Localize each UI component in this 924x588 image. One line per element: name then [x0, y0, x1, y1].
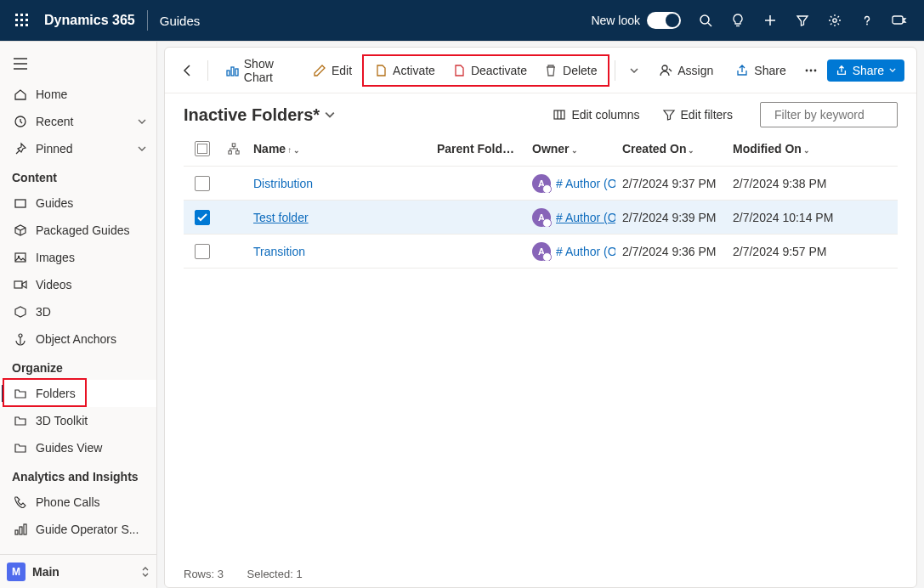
svg-rect-24: [14, 281, 22, 288]
nav-images[interactable]: Images: [0, 244, 156, 271]
search-icon[interactable]: [689, 0, 722, 41]
delete-button[interactable]: Delete: [536, 59, 605, 82]
modified-cell: 2/7/2024 9:38 PM: [726, 177, 845, 190]
home-icon: [14, 88, 27, 101]
lightbulb-icon[interactable]: [722, 0, 754, 41]
edit-columns-button[interactable]: Edit columns: [546, 103, 646, 127]
sidebar: Home Recent Pinned Content Guides Packag…: [0, 42, 157, 588]
svg-rect-8: [26, 24, 28, 26]
toggle-switch[interactable]: [647, 12, 681, 29]
nav-3d[interactable]: 3D: [0, 298, 156, 325]
table-row[interactable]: TransitionA# Author (O...2/7/2024 9:36 P…: [184, 235, 898, 269]
nav-pinned[interactable]: Pinned: [0, 135, 156, 162]
svg-rect-6: [15, 24, 18, 26]
svg-point-14: [833, 19, 836, 22]
table-row[interactable]: DistributionA# Author (O...2/7/2024 9:37…: [184, 167, 898, 201]
activate-button[interactable]: Activate: [366, 59, 444, 82]
filter-search[interactable]: [760, 102, 898, 127]
share-primary-label: Share: [853, 64, 884, 77]
assistant-icon[interactable]: [883, 0, 915, 41]
svg-rect-26: [15, 530, 18, 534]
assign-button[interactable]: Assign: [650, 59, 722, 82]
plus-icon[interactable]: [754, 0, 786, 41]
record-name-link[interactable]: Test folder: [253, 211, 309, 224]
table-row[interactable]: Test folderA# Author (O...2/7/2024 9:39 …: [184, 201, 898, 235]
env-badge: M: [7, 563, 26, 581]
edit-button[interactable]: Edit: [304, 59, 360, 82]
overflow-chevron[interactable]: [623, 57, 645, 84]
document-icon: [374, 64, 388, 77]
row-checkbox[interactable]: [195, 210, 210, 225]
more-icon[interactable]: [800, 57, 822, 84]
column-owner[interactable]: Owner⌄: [525, 142, 615, 155]
nav-home[interactable]: Home: [0, 81, 156, 108]
share-primary-button[interactable]: Share: [827, 59, 904, 82]
record-name-link[interactable]: Distribution: [253, 177, 313, 190]
nav-phone-calls[interactable]: Phone Calls: [0, 489, 156, 516]
created-cell: 2/7/2024 9:37 PM: [615, 177, 726, 190]
filter-input[interactable]: [773, 107, 924, 122]
svg-rect-28: [24, 524, 26, 534]
nav-guide-operator-label: Guide Operator S...: [36, 523, 139, 536]
show-chart-button[interactable]: Show Chart: [217, 52, 299, 89]
view-title-text: Inactive Folders*: [184, 105, 320, 125]
owner-link[interactable]: # Author (O...: [556, 245, 615, 258]
brand-label[interactable]: Dynamics 365: [44, 13, 135, 28]
svg-rect-30: [231, 67, 234, 76]
new-look-toggle[interactable]: New look: [591, 12, 681, 29]
document-x-icon: [452, 64, 466, 77]
owner-link[interactable]: # Author (O...: [556, 211, 615, 224]
nav-guide-operator[interactable]: Guide Operator S...: [0, 516, 156, 543]
svg-rect-31: [235, 69, 238, 76]
share-button[interactable]: Share: [727, 59, 794, 82]
nav-folders[interactable]: Folders: [0, 380, 156, 407]
modified-cell: 2/7/2024 10:14 PM: [726, 211, 845, 224]
command-bar: Show Chart Edit Activate Deactivate: [165, 48, 916, 93]
row-checkbox[interactable]: [195, 176, 210, 191]
hierarchy-icon[interactable]: [221, 143, 247, 155]
svg-rect-1: [20, 14, 23, 16]
row-checkbox[interactable]: [195, 244, 210, 259]
nav-3d-toolkit[interactable]: 3D Toolkit: [0, 407, 156, 434]
activate-label: Activate: [393, 64, 435, 77]
deactivate-button[interactable]: Deactivate: [444, 59, 536, 82]
created-cell: 2/7/2024 9:36 PM: [615, 245, 726, 258]
nav-phone-calls-label: Phone Calls: [36, 495, 100, 509]
environment-switcher[interactable]: M Main: [0, 554, 156, 588]
svg-rect-42: [229, 150, 232, 154]
nav-object-anchors[interactable]: Object Anchors: [0, 325, 156, 353]
assign-label: Assign: [677, 64, 713, 77]
help-icon[interactable]: [851, 0, 883, 41]
back-button[interactable]: [177, 57, 199, 84]
svg-point-33: [805, 69, 808, 71]
share-icon: [735, 64, 749, 77]
settings-icon[interactable]: [819, 0, 851, 41]
created-cell: 2/7/2024 9:39 PM: [615, 211, 726, 224]
nav-3d-label: 3D: [36, 305, 51, 319]
filter-icon[interactable]: [786, 0, 819, 41]
app-name[interactable]: Guides: [160, 14, 201, 28]
svg-rect-21: [15, 200, 26, 207]
app-launcher-icon[interactable]: [5, 0, 39, 41]
cube-icon: [14, 305, 27, 319]
view-title[interactable]: Inactive Folders*: [184, 105, 335, 125]
anchor-icon: [14, 332, 27, 346]
column-name[interactable]: Name↑⌄: [247, 142, 430, 155]
nav-pinned-label: Pinned: [36, 142, 73, 155]
nav-packaged-guides[interactable]: Packaged Guides: [0, 217, 156, 244]
nav-guides[interactable]: Guides: [0, 189, 156, 217]
nav-videos[interactable]: Videos: [0, 271, 156, 298]
columns-icon: [553, 108, 566, 122]
record-name-link[interactable]: Transition: [253, 245, 305, 258]
header-divider: [147, 10, 148, 31]
column-created[interactable]: Created On⌄: [615, 142, 726, 155]
pencil-icon: [313, 64, 326, 77]
edit-filters-button[interactable]: Edit filters: [655, 103, 740, 127]
hamburger-icon[interactable]: [0, 47, 156, 81]
owner-link[interactable]: # Author (O...: [556, 177, 615, 190]
nav-recent[interactable]: Recent: [0, 108, 156, 135]
nav-guides-view[interactable]: Guides View: [0, 434, 156, 461]
column-modified[interactable]: Modified On⌄: [726, 142, 845, 155]
column-parent[interactable]: Parent Folder⌄: [430, 142, 525, 155]
select-all-checkbox[interactable]: [195, 141, 210, 156]
